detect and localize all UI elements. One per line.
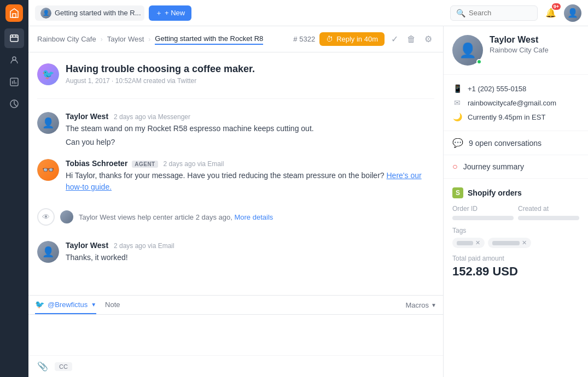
composer-tab-channel[interactable]: 🐦 @Brewfictus ▼ bbox=[35, 300, 96, 314]
topbar: 👤 Getting started with the R... ✕ ＋ + Ne… bbox=[28, 0, 588, 26]
original-avatar: 🐦 bbox=[37, 63, 59, 85]
shopify-section: S Shopify orders Order ID Created at Tag… bbox=[444, 179, 588, 287]
svg-rect-0 bbox=[13, 14, 16, 17]
activity-row: 👁 Taylor West views help center article … bbox=[37, 204, 434, 230]
contact-time: Currently 9.45pm in EST bbox=[468, 113, 545, 121]
contact-phone-row: 📱 +1 (202) 555-0158 bbox=[452, 81, 579, 96]
contact-name: Taylor West bbox=[490, 35, 579, 45]
conversation-nav: Rainbow City Cafe › Taylor West › Gettin… bbox=[28, 26, 443, 52]
timer-icon: ⏱ bbox=[326, 35, 333, 43]
svg-rect-1 bbox=[10, 35, 18, 42]
search-input[interactable] bbox=[469, 9, 532, 17]
chevron-down-icon: ▼ bbox=[431, 302, 436, 308]
journey-summary-label: Journey summary bbox=[463, 162, 524, 171]
created-at-col: Created at bbox=[518, 205, 579, 220]
sidebar-item-contacts[interactable] bbox=[4, 50, 24, 70]
table-row: 👤 Taylor West 2 days ago via Messenger T… bbox=[37, 112, 434, 148]
tab-title: Getting started with the R... bbox=[55, 9, 141, 17]
order-id-col: Order ID bbox=[452, 205, 514, 220]
created-at-label: Created at bbox=[518, 205, 579, 213]
composer-footer: 📎 CC bbox=[28, 355, 443, 377]
contact-company: Rainbow City Cafe bbox=[490, 46, 579, 54]
contact-phone: +1 (202) 555-0158 bbox=[468, 85, 526, 93]
message-meta-1: 2 days ago via Messenger bbox=[114, 113, 190, 121]
tags-label: Tags bbox=[452, 227, 579, 234]
new-button[interactable]: ＋ + New bbox=[149, 5, 191, 21]
contact-time-row: 🌙 Currently 9.45pm in EST bbox=[452, 110, 579, 124]
contact-header: 👤 Taylor West Rainbow City Cafe bbox=[444, 26, 588, 75]
tag-placeholder-1 bbox=[457, 241, 473, 245]
original-title: Having trouble choosing a coffee maker. bbox=[66, 63, 434, 75]
breadcrumb-current: Getting started with the Rocket R8 bbox=[155, 34, 263, 45]
sidebar-item-inbox[interactable] bbox=[4, 28, 24, 48]
user-avatar[interactable]: 👤 bbox=[564, 4, 581, 22]
open-conversations-row[interactable]: 💬 9 open conversations bbox=[444, 131, 588, 155]
breadcrumb-company[interactable]: Rainbow City Cafe bbox=[37, 35, 101, 43]
phone-icon: 📱 bbox=[452, 84, 462, 93]
chevron-down-icon: ▼ bbox=[91, 302, 96, 308]
table-row: 👓 Tobias Schroeter AGENT 2 days ago via … bbox=[37, 159, 434, 193]
sidebar-item-analytics[interactable] bbox=[4, 94, 24, 114]
conversation-actions: # 5322 ⏱ Reply in 40m ✓ 🗑 ⚙ bbox=[293, 32, 434, 46]
breadcrumb-sep-1: › bbox=[101, 36, 103, 43]
circle-icon: ○ bbox=[452, 162, 458, 172]
content-area: Rainbow City Cafe › Taylor West › Gettin… bbox=[28, 26, 588, 377]
total-paid-label: Total paid amount bbox=[452, 255, 579, 262]
settings-icon[interactable]: ⚙ bbox=[422, 32, 434, 46]
journey-summary-row[interactable]: ○ Journey summary bbox=[444, 155, 588, 179]
created-at-placeholder bbox=[518, 216, 579, 220]
clock-icon: 🌙 bbox=[452, 113, 462, 121]
shopify-header: S Shopify orders bbox=[452, 187, 579, 198]
contact-avatar-wrap: 👤 bbox=[452, 35, 483, 66]
search-box: 🔍 bbox=[450, 5, 538, 21]
tag-pill-1: ✕ bbox=[452, 238, 485, 248]
online-indicator bbox=[476, 59, 482, 64]
composer-input[interactable] bbox=[35, 321, 436, 349]
macros-button[interactable]: Macros ▼ bbox=[405, 301, 436, 314]
activity-mini-avatar bbox=[60, 210, 73, 223]
message-sender-3: Taylor West bbox=[66, 241, 108, 250]
shopify-tags: Tags ✕ ✕ bbox=[452, 227, 579, 248]
main-container: 👤 Getting started with the R... ✕ ＋ + Ne… bbox=[28, 0, 588, 377]
contact-email: rainbowcitycafe@gmail.com bbox=[468, 99, 556, 107]
reply-button[interactable]: ⏱ Reply in 40m bbox=[319, 32, 385, 46]
message-meta-3: 2 days ago via Email bbox=[114, 242, 174, 250]
message-avatar-2: 👓 bbox=[37, 159, 59, 181]
composer-tab-note[interactable]: Note bbox=[105, 301, 120, 314]
contact-details: 📱 +1 (202) 555-0158 ✉ rainbowcitycafe@gm… bbox=[444, 75, 588, 131]
composer-body[interactable] bbox=[28, 315, 443, 355]
message-text-3: Thanks, it worked! bbox=[66, 252, 434, 263]
notifications-button[interactable]: 🔔 9+ bbox=[542, 4, 560, 22]
total-paid-section: Total paid amount 152.89 USD bbox=[452, 255, 579, 279]
message-text-1a: The steam wand on my Rocket R58 espresso… bbox=[66, 123, 434, 134]
message-text-1b: Can you help? bbox=[66, 137, 434, 148]
more-details-link[interactable]: More details bbox=[234, 213, 273, 221]
shopify-grid: Order ID Created at bbox=[452, 205, 579, 220]
breadcrumb-contact[interactable]: Taylor West bbox=[107, 35, 149, 43]
svg-point-2 bbox=[13, 57, 16, 60]
original-meta: August 1, 2017 · 10:52AM created via Twi… bbox=[66, 77, 434, 85]
message-bubble-2: Tobias Schroeter AGENT 2 days ago via Em… bbox=[66, 159, 434, 193]
tag-remove-1[interactable]: ✕ bbox=[475, 239, 480, 246]
trash-icon[interactable]: 🗑 bbox=[405, 32, 418, 46]
tab-avatar: 👤 bbox=[40, 8, 51, 19]
attach-icon[interactable]: 📎 bbox=[35, 360, 50, 373]
tag-remove-2[interactable]: ✕ bbox=[522, 239, 527, 246]
original-message: 🐦 Having trouble choosing a coffee maker… bbox=[37, 63, 434, 99]
eye-icon: 👁 bbox=[37, 208, 55, 226]
cc-button[interactable]: CC bbox=[55, 362, 72, 371]
sidebar-item-reports[interactable] bbox=[4, 72, 24, 92]
tags-row: ✕ ✕ bbox=[452, 238, 579, 248]
message-avatar-3: 👤 bbox=[37, 241, 59, 263]
message-bubble-1: Taylor West 2 days ago via Messenger The… bbox=[66, 112, 434, 148]
resolve-icon[interactable]: ✓ bbox=[389, 32, 400, 46]
email-icon: ✉ bbox=[452, 98, 462, 107]
composer-tabs: 🐦 @Brewfictus ▼ Note Macros ▼ bbox=[28, 296, 443, 315]
conversation-tab[interactable]: 👤 Getting started with the R... ✕ bbox=[35, 5, 144, 21]
chat-icon: 💬 bbox=[452, 138, 463, 148]
order-id-label: Order ID bbox=[452, 205, 514, 213]
message-avatar-1: 👤 bbox=[37, 112, 59, 134]
shopify-icon: S bbox=[452, 187, 463, 198]
contact-email-row: ✉ rainbowcitycafe@gmail.com bbox=[452, 96, 579, 110]
message-text-2: Hi Taylor, thanks for your message. Have… bbox=[66, 170, 434, 193]
